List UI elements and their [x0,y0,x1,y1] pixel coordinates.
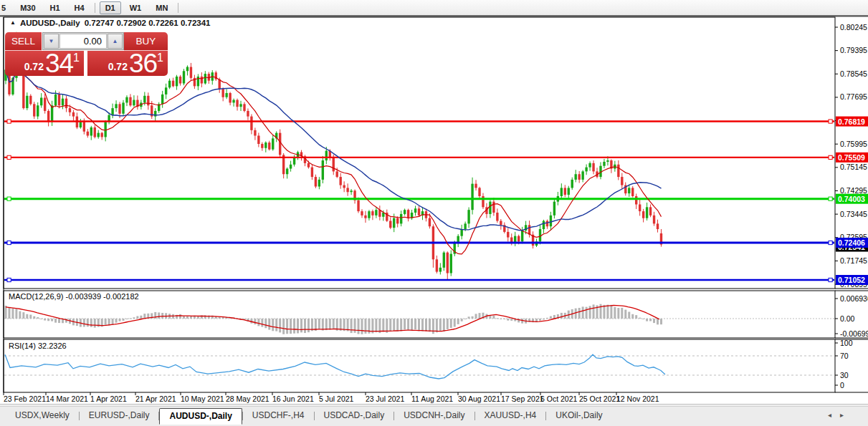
candle-body [575,174,577,180]
candle-body [581,171,583,180]
candle-body [474,184,477,188]
candle-body [250,117,252,130]
candle-body [161,95,163,104]
candle-body [546,221,548,227]
volume-decrease-button[interactable]: ▼ [44,34,59,49]
level-endpoint-marker[interactable] [829,155,832,159]
level-endpoint-marker[interactable] [7,241,11,244]
candle-body [364,216,366,218]
macd-histogram-bar [457,319,459,324]
macd-histogram-bar [631,314,634,319]
candle-body [118,104,120,113]
candle-body [571,180,573,188]
candle-body [318,180,320,187]
candle-body [393,218,395,228]
candle-body [44,97,46,110]
macd-histogram-bar [300,319,302,332]
level-endpoint-marker[interactable] [7,155,11,159]
candle-body [460,229,462,236]
macd-histogram-bar [272,319,274,331]
level-endpoint-marker[interactable] [829,278,832,281]
candle-body [100,133,102,137]
date-axis-label: 12 Nov 2021 [616,394,659,403]
macd-histogram-bar [268,319,270,330]
volume-input[interactable]: 0.00 [59,34,107,49]
candle-body [165,87,167,95]
candle-body [168,81,171,88]
chart-tab-audusd-daily[interactable]: AUDUSD-,Daily [159,408,242,425]
macd-histogram-bar [425,319,427,331]
macd-histogram-bar [140,316,142,319]
macd-histogram-bar [443,319,445,331]
macd-histogram-bar [257,319,259,326]
candle-body [122,102,124,113]
candle-body [649,207,652,216]
sell-price-display[interactable]: 0.72 34 1 [5,51,84,76]
sell-button[interactable]: SELL [5,32,42,51]
volume-increase-button[interactable]: ▲ [108,34,123,49]
macd-histogram-bar [190,316,192,319]
sell-price-sup: 1 [73,52,80,64]
macd-histogram-bar [47,319,49,321]
macd-histogram-bar [561,313,563,319]
chart-tab-usdcad-daily[interactable]: USDCAD-,Daily [315,408,394,423]
candle-body [268,142,270,150]
candle-body [371,211,373,216]
candle-body [467,210,469,223]
candle-body [492,202,495,213]
macd-histogram-bar [11,309,14,319]
candle-body [414,208,416,213]
candle-body [133,100,135,106]
candle-body [62,99,64,106]
level-endpoint-marker[interactable] [829,241,832,244]
candle-body [368,211,370,218]
chart-tab-usdchf-h4[interactable]: USDCHF-,H4 [243,408,314,423]
date-axis-label: 5 Jul 2021 [319,394,354,403]
tab-scroll-left-icon[interactable]: ◂ [828,411,840,419]
tab-scroll-arrows[interactable]: ◂▸ [828,411,852,419]
buy-price-display[interactable]: 0.72 36 1 [87,51,168,76]
candle-body [58,95,60,105]
macd-histogram-bar [496,318,498,319]
macd-histogram-bar [282,319,285,334]
chart-tab-eurusd-daily[interactable]: EURUSD-,Daily [80,408,159,423]
macd-histogram-bar [586,307,588,319]
macd-histogram-bar [660,319,662,324]
candle-body [357,200,359,211]
chart-tab-ukoil-daily[interactable]: UKOil-,Daily [546,408,611,423]
macd-histogram-bar [653,319,655,323]
macd-histogram-bar [158,312,160,319]
candle-body [550,216,552,226]
candle-body [639,204,641,211]
tab-scroll-right-icon[interactable]: ▸ [840,411,852,419]
chart-tab-xauusd-h4[interactable]: XAUUSD-,H4 [475,408,546,423]
candle-body [286,169,288,175]
candle-body [336,171,338,177]
macd-histogram-bar [26,314,28,319]
collapse-triangle-icon[interactable]: ▲ [10,19,16,26]
level-endpoint-marker[interactable] [7,120,11,123]
date-axis-label: 17 Sep 2021 [501,394,544,403]
macd-histogram-bar [350,319,353,333]
level-endpoint-marker[interactable] [829,197,832,200]
candle-body [290,165,292,169]
candle-body [447,253,449,273]
level-endpoint-marker[interactable] [829,120,832,123]
price-axis-label: 0.78545 [840,69,867,78]
macd-histogram-bar [475,314,477,319]
chart-tab-usdx-weekly[interactable]: USDX,Weekly [6,408,79,423]
level-endpoint-marker[interactable] [7,197,11,200]
macd-histogram-bar [507,319,509,321]
chart-tab-bar: USDX,WeeklyEURUSD-,DailyAUDUSD-,DailyUSD… [0,406,868,426]
candle-body [333,158,335,171]
candle-body [500,221,502,226]
level-endpoint-marker[interactable] [7,278,11,281]
macd-histogram-bar [543,319,545,319]
macd-histogram-bar [83,319,85,326]
candle-body [429,218,431,227]
macd-histogram-bar [154,312,156,319]
candle-body [254,130,256,136]
macd-histogram-bar [333,319,335,329]
macd-histogram-bar [186,316,189,319]
chart-tab-usdcnh-daily[interactable]: USDCNH-,Daily [394,408,474,423]
